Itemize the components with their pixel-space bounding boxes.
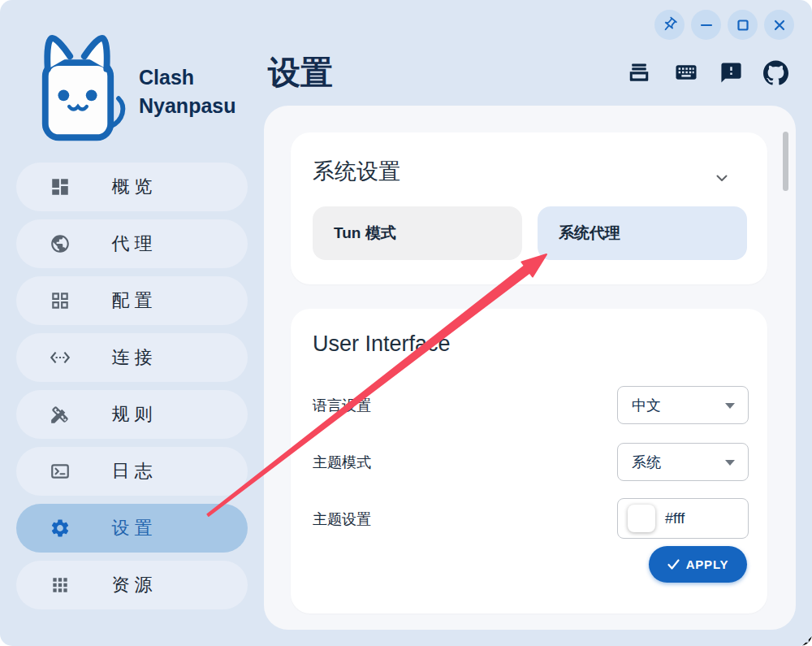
theme-setting-label: 主题设置 xyxy=(313,509,371,529)
color-swatch[interactable] xyxy=(628,505,655,532)
minimize-icon xyxy=(698,17,715,33)
sidebar-item-overview[interactable]: 概 览 xyxy=(16,163,248,211)
theme-color-input[interactable]: #fff xyxy=(617,498,749,539)
printer-button[interactable] xyxy=(626,59,652,85)
system-proxy-toggle[interactable]: 系统代理 xyxy=(538,206,747,260)
github-icon xyxy=(763,60,788,85)
ethernet-icon xyxy=(50,347,71,368)
collapse-button[interactable] xyxy=(712,168,732,191)
sidebar-item-resources[interactable]: 资 源 xyxy=(16,561,248,609)
design-tools-icon xyxy=(50,404,71,425)
sidebar-item-proxies[interactable]: 代 理 xyxy=(16,219,248,268)
toggle-label: Tun 模式 xyxy=(313,223,396,244)
tun-mode-toggle[interactable]: Tun 模式 xyxy=(313,206,522,260)
language-label: 语言设置 xyxy=(313,396,371,415)
caret-down-icon xyxy=(725,460,735,466)
gear-icon xyxy=(50,518,71,539)
sidebar-item-settings[interactable]: 设 置 xyxy=(16,504,248,553)
app-title: Clash Nyanpasu xyxy=(139,63,235,120)
cat-logo xyxy=(21,26,133,153)
maximize-icon xyxy=(735,17,751,33)
close-icon xyxy=(771,17,788,33)
check-icon xyxy=(667,559,680,570)
maximize-button[interactable] xyxy=(728,10,758,40)
caret-down-icon xyxy=(725,403,735,409)
language-select-value: 中文 xyxy=(618,396,661,415)
settings-content-panel: 系统设置 Tun 模式 系统代理 User Interface 语言设置 中文 … xyxy=(264,106,796,630)
toggle-label: 系统代理 xyxy=(538,223,620,244)
language-select[interactable]: 中文 xyxy=(617,386,749,424)
theme-mode-select[interactable]: 系统 xyxy=(617,443,749,481)
page-title: 设置 xyxy=(268,50,333,95)
keyboard-icon xyxy=(674,60,698,85)
sidebar-item-connections[interactable]: 连 接 xyxy=(16,333,248,382)
feedback-button[interactable] xyxy=(718,59,744,85)
app-window: Clash Nyanpasu 概 览 代 理 配 置 连 接 规 则 日 志 设… xyxy=(0,0,812,646)
printer-icon xyxy=(627,60,651,85)
sidebar-item-rules[interactable]: 规 则 xyxy=(16,390,248,439)
pin-icon xyxy=(661,16,678,33)
globe-icon xyxy=(50,233,71,254)
github-button[interactable] xyxy=(762,59,788,85)
chevron-down-icon xyxy=(712,168,732,188)
apps-grid-icon xyxy=(50,574,71,596)
user-interface-card: User Interface 语言设置 中文 主题模式 系统 主题设置 #fff xyxy=(291,309,767,613)
theme-mode-select-value: 系统 xyxy=(618,453,661,472)
app-title-line1: Clash xyxy=(139,63,235,92)
apply-label: APPLY xyxy=(686,557,729,571)
minimize-button[interactable] xyxy=(691,10,721,40)
feedback-icon xyxy=(719,61,743,85)
system-settings-card: 系统设置 Tun 模式 系统代理 xyxy=(291,132,767,284)
dashboard-icon xyxy=(50,176,71,197)
close-button[interactable] xyxy=(764,10,794,40)
grid-icon xyxy=(50,290,71,311)
app-title-line2: Nyanpasu xyxy=(139,92,235,120)
theme-mode-label: 主题模式 xyxy=(313,453,371,472)
sidebar-item-profiles[interactable]: 配 置 xyxy=(16,276,248,325)
scrollbar-thumb[interactable] xyxy=(783,132,788,191)
hotkeys-button[interactable] xyxy=(673,59,699,85)
card-title: 系统设置 xyxy=(313,157,400,186)
terminal-icon xyxy=(50,461,71,482)
resize-grip[interactable] xyxy=(801,635,812,646)
card-title: User Interface xyxy=(313,332,451,357)
apply-button[interactable]: APPLY xyxy=(649,546,747,583)
sidebar-item-logs[interactable]: 日 志 xyxy=(16,447,248,496)
pin-button[interactable] xyxy=(654,10,685,40)
